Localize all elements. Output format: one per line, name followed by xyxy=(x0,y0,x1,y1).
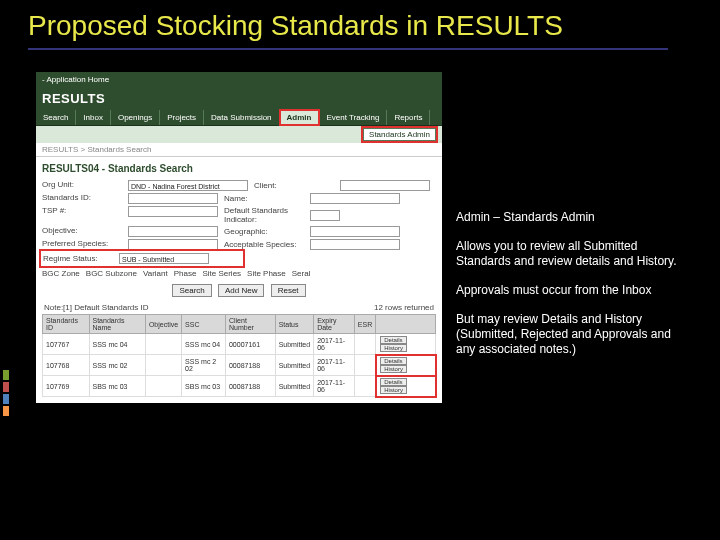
table-cell xyxy=(145,376,181,397)
action-cell: DetailsHistory xyxy=(376,376,436,397)
table-row: 107769SBS mc 03SBS mc 0300087188Submitte… xyxy=(43,376,436,397)
reset-button[interactable]: Reset xyxy=(271,284,306,297)
table-cell xyxy=(145,355,181,376)
tab-projects[interactable]: Projects xyxy=(160,110,204,125)
field-name[interactable] xyxy=(310,193,400,204)
label-name: Name: xyxy=(224,194,304,203)
add-new-button[interactable]: Add New xyxy=(218,284,264,297)
field-default-indicator[interactable] xyxy=(310,210,340,221)
field-standards-id[interactable] xyxy=(128,193,218,204)
th-expiry: Expiry Date xyxy=(314,315,355,334)
app-header: RESULTS xyxy=(36,87,442,110)
field-preferred-species[interactable] xyxy=(128,239,218,250)
label-default-indicator: Default Standards Indicator: xyxy=(224,206,304,224)
accent-stripes xyxy=(3,370,9,418)
table-cell: 2017-11-06 xyxy=(314,334,355,355)
label-acceptable-species: Acceptable Species: xyxy=(224,240,304,249)
table-cell: Submitted xyxy=(275,334,314,355)
table-cell: 107768 xyxy=(43,355,90,376)
table-cell xyxy=(354,334,375,355)
tab-bar: Search Inbox Openings Projects Data Subm… xyxy=(36,110,442,126)
details-button[interactable]: Details xyxy=(380,378,406,386)
slide-title: Proposed Stocking Standards in RESULTS xyxy=(28,10,668,50)
field-acceptable-species[interactable] xyxy=(310,239,400,250)
th-status: Status xyxy=(275,315,314,334)
table-cell xyxy=(145,334,181,355)
field-org-unit[interactable]: DND - Nadina Forest District xyxy=(128,180,248,191)
table-cell: 00007161 xyxy=(225,334,275,355)
breadcrumb: RESULTS > Standards Search xyxy=(36,143,442,157)
action-cell: DetailsHistory xyxy=(376,355,436,376)
search-button[interactable]: Search xyxy=(172,284,211,297)
th-client-number: Client Number xyxy=(225,315,275,334)
label-tsp: TSP #: xyxy=(42,206,122,224)
table-cell: SSS mc 04 xyxy=(89,334,145,355)
col-phase: Phase xyxy=(174,269,197,278)
col-seral: Seral xyxy=(292,269,311,278)
history-button[interactable]: History xyxy=(380,386,407,394)
details-button[interactable]: Details xyxy=(380,357,406,365)
col-bgc-zone: BGC Zone xyxy=(42,269,80,278)
th-standards-id: Standards ID xyxy=(43,315,90,334)
col-variant: Variant xyxy=(143,269,168,278)
results-table: Standards ID Standards Name Objective SS… xyxy=(42,314,436,397)
app-home-link[interactable]: - Application Home xyxy=(36,72,442,87)
callout-4: But may review Details and History (Subm… xyxy=(456,312,686,357)
field-regime-status[interactable]: SUB - Submitted xyxy=(119,253,209,264)
label-client: Client: xyxy=(254,181,334,190)
label-org-unit: Org Unit: xyxy=(42,180,122,191)
table-row: 107767SSS mc 04SSS mc 0400007161Submitte… xyxy=(43,334,436,355)
label-preferred-species: Preferred Species: xyxy=(42,239,122,250)
rows-returned: 12 rows returned xyxy=(374,303,434,312)
th-objective: Objective xyxy=(145,315,181,334)
field-geographic[interactable] xyxy=(310,226,400,237)
label-standards-id: Standards ID: xyxy=(42,193,122,204)
table-cell: SSS mc 2 02 xyxy=(182,355,226,376)
table-cell: 00087188 xyxy=(225,355,275,376)
table-cell: SBS mc 03 xyxy=(182,376,226,397)
table-cell: SSS mc 02 xyxy=(89,355,145,376)
tab-admin[interactable]: Admin xyxy=(280,110,320,125)
callout-3: Approvals must occur from the Inbox xyxy=(456,283,686,298)
tab-event-tracking[interactable]: Event Tracking xyxy=(319,110,387,125)
history-button[interactable]: History xyxy=(380,365,407,373)
details-button[interactable]: Details xyxy=(380,336,406,344)
col-site-series: Site Series xyxy=(202,269,241,278)
table-cell: Submitted xyxy=(275,376,314,397)
table-cell: 107767 xyxy=(43,334,90,355)
table-cell: 2017-11-06 xyxy=(314,376,355,397)
tab-inbox[interactable]: Inbox xyxy=(76,110,111,125)
th-ssc: SSC xyxy=(182,315,226,334)
th-standards-name: Standards Name xyxy=(89,315,145,334)
table-row: 107768SSS mc 02SSS mc 2 0200087188Submit… xyxy=(43,355,436,376)
field-tsp[interactable] xyxy=(128,206,218,217)
field-client[interactable] xyxy=(340,180,430,191)
col-site-phase: Site Phase xyxy=(247,269,286,278)
table-cell xyxy=(354,355,375,376)
app-screenshot: - Application Home RESULTS Search Inbox … xyxy=(36,72,442,403)
regime-status-row: Regime Status: SUB - Submitted xyxy=(42,252,242,265)
col-bgc-subzone: BGC Subzone xyxy=(86,269,137,278)
table-cell: SBS mc 03 xyxy=(89,376,145,397)
note-label: Note:[1] Default Standards ID xyxy=(44,303,149,312)
label-objective: Objective: xyxy=(42,226,122,237)
action-cell: DetailsHistory xyxy=(376,334,436,355)
tab-data-submission[interactable]: Data Submission xyxy=(204,110,279,125)
table-cell: 2017-11-06 xyxy=(314,355,355,376)
zone-header-row: BGC Zone BGC Subzone Variant Phase Site … xyxy=(42,269,436,278)
callout-1: Admin – Standards Admin xyxy=(456,210,686,225)
callouts: Admin – Standards Admin Allows you to re… xyxy=(456,210,686,371)
subnav-standards-admin[interactable]: Standards Admin xyxy=(363,128,436,141)
tab-search[interactable]: Search xyxy=(36,110,76,125)
page-subtitle: RESULTS04 - Standards Search xyxy=(42,163,436,174)
table-cell xyxy=(354,376,375,397)
table-cell: 107769 xyxy=(43,376,90,397)
table-cell: SSS mc 04 xyxy=(182,334,226,355)
history-button[interactable]: History xyxy=(380,344,407,352)
callout-2: Allows you to review all Submitted Stand… xyxy=(456,239,686,269)
table-cell: 00087188 xyxy=(225,376,275,397)
table-cell: Submitted xyxy=(275,355,314,376)
tab-openings[interactable]: Openings xyxy=(111,110,160,125)
field-objective[interactable] xyxy=(128,226,218,237)
tab-reports[interactable]: Reports xyxy=(387,110,430,125)
